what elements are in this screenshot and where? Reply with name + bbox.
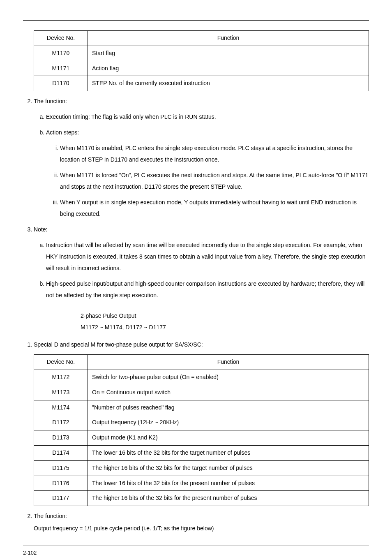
table-row: D1172 Output frequency (12Hz ~ 20KHz)	[34, 415, 369, 430]
list-section-1: The function: Execution timing: The flag…	[23, 95, 369, 301]
list-item-3: Note: Instruction that will be affected …	[34, 224, 369, 301]
title-line-1: 2-phase Pulse Output	[81, 310, 369, 321]
list2-item1: Special D and special M for two-phase pu…	[34, 339, 369, 350]
cell-function: The higher 16 bits of the 32 bits for th…	[88, 491, 369, 506]
table-row: D1177 The higher 16 bits of the 32 bits …	[34, 491, 369, 506]
list-item-3a: Instruction that will be affected by sca…	[46, 239, 369, 274]
table-row: M1171 Action flag	[34, 61, 369, 76]
device-function-table-2: Device No. Function M1172 Switch for two…	[34, 354, 369, 506]
table-row: D1173 Output mode (K1 and K2)	[34, 430, 369, 446]
title-line-2: M1172 ~ M1174, D1172 ~ D1177	[81, 321, 369, 333]
cell-function: Action flag	[88, 61, 369, 76]
table-row: D1176 The lower 16 bits of the 32 bits f…	[34, 476, 369, 491]
table-header-row: Device No. Function	[34, 355, 369, 370]
cell-function: Start flag	[88, 46, 369, 61]
list-item-2b-iii: When Y output is in single step executio…	[60, 197, 369, 220]
cell-device: D1176	[34, 476, 88, 491]
cell-function: Output frequency (12Hz ~ 20KHz)	[88, 415, 369, 430]
device-function-table-1: Device No. Function M1170 Start flag M11…	[34, 30, 369, 91]
list-item-2a: Execution timing: The flag is valid only…	[46, 111, 369, 123]
page-footer: 2-102	[23, 546, 369, 555]
cell-function: Switch for two-phase pulse output (On = …	[88, 370, 369, 385]
table2-wrap: Device No. Function M1172 Switch for two…	[34, 354, 369, 506]
cell-device: D1174	[34, 445, 88, 460]
list-item-2-text: The function:	[34, 98, 67, 104]
cell-device: M1173	[34, 385, 88, 400]
cell-function: Output mode (K1 and K2)	[88, 430, 369, 446]
list-2-sub: Execution timing: The flag is valid only…	[34, 111, 369, 220]
cell-function: The lower 16 bits of the 32 bits for the…	[88, 476, 369, 491]
cell-function: The higher 16 bits of the 32 bits for th…	[88, 460, 369, 476]
cell-device: D1177	[34, 491, 88, 506]
cell-device: M1171	[34, 61, 88, 76]
cell-device: D1175	[34, 460, 88, 476]
table2-header-function: Function	[88, 355, 369, 370]
list3-item2-sub: Output frequency = 1/1 pulse cycle perio…	[34, 523, 369, 534]
list-item-2b-text: Action steps:	[46, 129, 79, 136]
table-row: D1170 STEP No. of the currently executed…	[34, 76, 369, 91]
cell-device: D1170	[34, 76, 88, 91]
list-item-3-text: Note:	[34, 226, 47, 233]
list-section-3: The function: Output frequency = 1/1 pul…	[23, 510, 369, 534]
page-number: 2-102	[23, 550, 37, 555]
section-title-block: 2-phase Pulse Output M1172 ~ M1174, D117…	[81, 310, 369, 333]
table-row: D1174 The lower 16 bits of the 32 bits f…	[34, 445, 369, 460]
cell-device: M1174	[34, 400, 88, 415]
list-item-2: The function: Execution timing: The flag…	[34, 95, 369, 220]
table-row: M1170 Start flag	[34, 46, 369, 61]
top-rule	[23, 20, 369, 21]
list-item-3b: High-speed pulse input/output and high-s…	[46, 278, 369, 301]
table-row: M1174 "Number of pulses reached" flag	[34, 400, 369, 415]
list-item-2b-ii: When M1171 is forced "On", PLC executes …	[60, 169, 369, 192]
cell-function: STEP No. of the currently executed instr…	[88, 76, 369, 91]
table1-header-function: Function	[88, 31, 369, 46]
table-header-row: Device No. Function	[34, 31, 369, 46]
cell-function: "Number of pulses reached" flag	[88, 400, 369, 415]
table-row: M1173 On = Continuous output switch	[34, 385, 369, 400]
list-item-2b: Action steps: When M1170 is enabled, PLC…	[46, 127, 369, 220]
list-section-2: Special D and special M for two-phase pu…	[23, 339, 369, 350]
table1-header-device: Device No.	[34, 31, 88, 46]
list3-item2: The function: Output frequency = 1/1 pul…	[34, 510, 369, 534]
list-item-2b-i: When M1170 is enabled, PLC enters the si…	[60, 142, 369, 165]
cell-device: D1173	[34, 430, 88, 446]
table-row: M1172 Switch for two-phase pulse output …	[34, 370, 369, 385]
table1-wrap: Device No. Function M1170 Start flag M11…	[34, 30, 369, 91]
table-row: D1175 The higher 16 bits of the 32 bits …	[34, 460, 369, 476]
list-3-sub: Instruction that will be affected by sca…	[34, 239, 369, 301]
list3-item2-text: The function:	[34, 513, 67, 519]
cell-device: M1172	[34, 370, 88, 385]
cell-function: On = Continuous output switch	[88, 385, 369, 400]
cell-device: M1170	[34, 46, 88, 61]
table2-header-device: Device No.	[34, 355, 88, 370]
cell-device: D1172	[34, 415, 88, 430]
list-2b-sub: When M1170 is enabled, PLC enters the si…	[46, 142, 369, 220]
cell-function: The lower 16 bits of the 32 bits for the…	[88, 445, 369, 460]
